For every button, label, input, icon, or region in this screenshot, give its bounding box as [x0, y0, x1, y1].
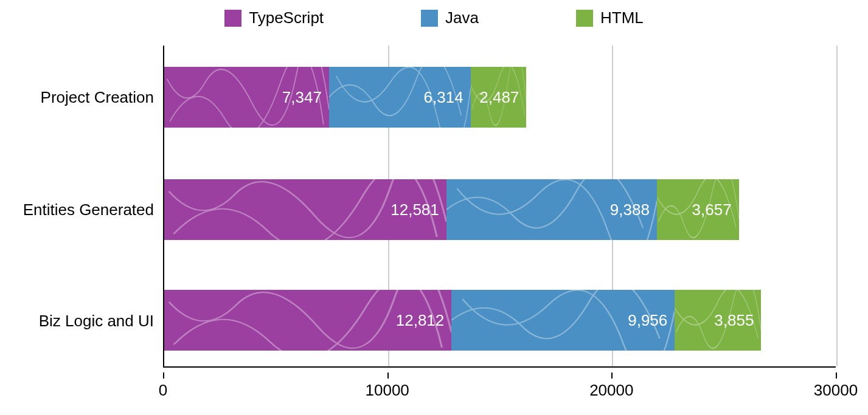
bar-seg-biz-logic-typescript: 12,812 — [164, 290, 451, 351]
bar-seg-project-creation-html: 2,487 — [471, 67, 527, 128]
bar-row-project-creation: 7,347 6,314 2,487 — [164, 67, 526, 128]
bar-seg-biz-logic-java: 9,956 — [451, 290, 675, 351]
legend-swatch-typescript — [224, 10, 241, 27]
gridline-30000 — [836, 46, 838, 366]
legend-label-html: HTML — [600, 9, 644, 27]
tick-mark — [387, 372, 389, 379]
legend-swatch-html — [576, 10, 593, 27]
legend-label-java: Java — [445, 9, 479, 27]
y-axis-label-1: Entities Generated — [0, 201, 154, 219]
bar-seg-project-creation-typescript: 7,347 — [164, 67, 329, 128]
y-axis-label-0: Project Creation — [0, 88, 154, 107]
data-label: 9,956 — [628, 311, 667, 330]
legend-item-html: HTML — [576, 9, 644, 27]
data-label: 2,487 — [479, 88, 519, 107]
legend-swatch-java — [421, 10, 438, 27]
data-label: 3,657 — [692, 201, 732, 219]
plot-area: 7,347 6,314 2,487 12,581 9,388 — [163, 46, 836, 368]
data-label: 12,812 — [396, 311, 445, 330]
legend-item-typescript: TypeScript — [224, 9, 324, 27]
x-tick-label-2: 20000 — [589, 381, 633, 400]
legend-label-typescript: TypeScript — [249, 9, 324, 27]
data-label: 12,581 — [391, 201, 439, 219]
tick-mark — [836, 372, 837, 379]
data-label: 3,855 — [714, 311, 754, 330]
bar-seg-entities-generated-typescript: 12,581 — [164, 179, 446, 240]
bar-seg-entities-generated-html: 3,657 — [657, 179, 739, 240]
legend-item-java: Java — [421, 9, 479, 27]
bar-seg-biz-logic-html: 3,855 — [675, 290, 761, 351]
x-tick-label-0: 0 — [159, 381, 167, 400]
bar-row-entities-generated: 12,581 9,388 3,657 — [164, 179, 739, 240]
x-tick-label-3: 30000 — [814, 381, 858, 400]
x-tick-label-1: 10000 — [366, 381, 409, 400]
tick-mark — [611, 372, 613, 379]
data-label: 6,314 — [424, 88, 464, 107]
tick-mark — [163, 372, 164, 379]
bar-seg-project-creation-java: 6,314 — [329, 67, 471, 128]
legend: TypeScript Java HTML — [0, 0, 868, 27]
data-label: 7,347 — [282, 88, 322, 107]
y-axis-label-2: Biz Logic and UI — [0, 312, 154, 331]
bar-row-biz-logic-and-ui: 12,812 9,956 3,855 — [164, 290, 761, 351]
data-label: 9,388 — [610, 201, 650, 219]
stacked-bar-chart: TypeScript Java HTML Project Creation En… — [0, 0, 868, 415]
bar-seg-entities-generated-java: 9,388 — [446, 179, 657, 240]
